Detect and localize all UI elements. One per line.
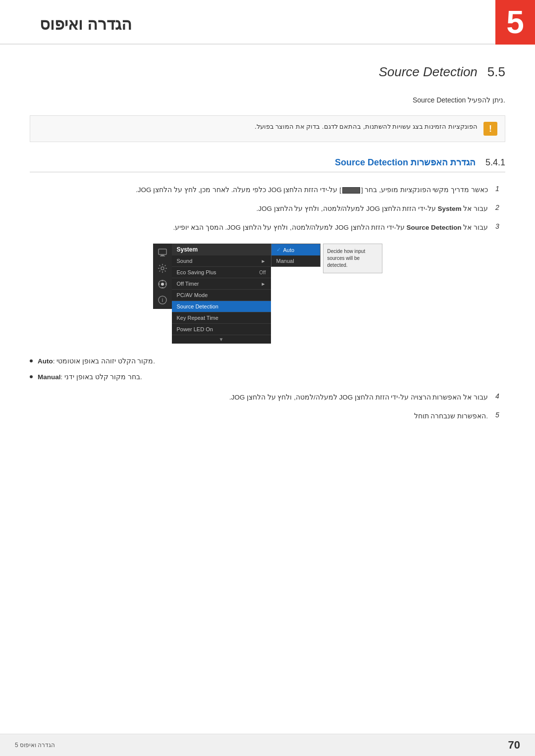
section-number: 5.5: [487, 64, 505, 80]
chapter-number-box: 5: [495, 0, 535, 45]
menu-item-off-timer: Off Timer ►: [172, 278, 271, 290]
svg-text:i: i: [161, 298, 163, 303]
section-title-text: Source Detection: [378, 64, 477, 80]
step-2-number: 2: [495, 203, 505, 211]
tooltip-text: Decide how input sources will be detecte…: [327, 249, 366, 268]
warning-icon: !: [483, 122, 497, 136]
bullet-item-auto: .מקור הקלט יזוהה באופן אוטומטי :Auto: [30, 356, 505, 367]
settings-icon: [158, 263, 167, 273]
step-4: 4 עבור אל האפשרות הרצויה על-ידי הזזת הלח…: [30, 392, 505, 403]
svg-text:!: !: [489, 124, 492, 134]
page-number: 70: [508, 739, 520, 752]
warning-text: הפונקציות הזמינות בצג עשויות להשתנות, בה…: [255, 122, 478, 132]
info-icon: i: [158, 295, 167, 305]
intro-text: .ניתן להפעיל Source Detection: [30, 95, 505, 105]
menu-item-pcav: PC/AV Mode: [172, 290, 271, 301]
sub-item-manual: Manual: [271, 255, 320, 266]
bullet-dot-auto: [30, 359, 33, 362]
bullet-auto-text: .מקור הקלט יזוהה באופן אוטומטי :Auto: [38, 356, 155, 367]
section-title-row: Source Detection 5.5: [30, 64, 505, 80]
step-1: 1 כאשר מדריך מקשי הפונקציות מופיע, בחר […: [30, 185, 505, 196]
menu-item-sound: Sound ►: [172, 255, 271, 267]
check-icon: ✓: [276, 247, 281, 253]
gear-icon: [158, 279, 167, 289]
step-2: 2 עבור אל System על-ידי הזזת הלחצן JOG ל…: [30, 203, 505, 215]
warning-box: ! הפונקציות הזמינות בצג עשויות להשתנות, …: [30, 115, 505, 142]
step-4-text: עבור אל האפשרות הרצויה על-ידי הזזת הלחצן…: [229, 392, 488, 403]
bullet-dot-manual: [30, 375, 33, 378]
chapter-number: 5: [506, 6, 524, 38]
svg-rect-2: [159, 249, 166, 254]
scroll-indicator: ▼: [172, 335, 271, 344]
step-3: 3 עבור אל Source Detection על-ידי הזזת ה…: [30, 222, 505, 234]
chapter-header: הגדרה ואיפוס 5: [0, 0, 535, 45]
step-5-text: .האפשרות שנבחרה תוחל: [414, 411, 488, 422]
menu-screenshot: i System Sound ► Eco Saving Plus Off Off…: [30, 244, 505, 344]
menu-item-key-repeat: Key Repeat Time: [172, 312, 271, 324]
bullet-item-manual: .בחר מקור קלט באופן ידני :Manual: [30, 372, 505, 383]
svg-point-6: [161, 283, 164, 286]
menu-sub-panel: ✓ Auto Manual: [271, 244, 321, 267]
menu-container: i System Sound ► Eco Saving Plus Off Off…: [153, 244, 382, 344]
step-2-text: עבור אל System על-ידי הזזת הלחצן JOG למע…: [256, 203, 488, 215]
step-1-number: 1: [495, 185, 505, 193]
step-3-number: 3: [495, 222, 505, 230]
menu-item-power-led: Power LED On: [172, 324, 271, 335]
footer: 70 הגדרה ואיפוס 5: [0, 734, 535, 756]
menu-sidebar: i: [153, 244, 172, 309]
arrow-icon-2: ►: [261, 281, 266, 287]
step-3-text: עבור אל Source Detection על-ידי הזזת הלח…: [173, 222, 488, 234]
bullet-manual-text: .בחר מקור קלט באופן ידני :Manual: [38, 372, 142, 383]
step-5: 5 .האפשרות שנבחרה תוחל: [30, 411, 505, 422]
step-1-text: כאשר מדריך מקשי הפונקציות מופיע, בחר [] …: [136, 185, 488, 196]
bullet-list: .מקור הקלט יזוהה באופן אוטומטי :Auto .בח…: [30, 356, 505, 382]
chapter-title: הגדרה ואיפוס: [40, 15, 132, 34]
step-5-number: 5: [495, 411, 505, 419]
sub-section-title-row: הגדרת האפשרות Source Detection 5.4.1: [30, 157, 505, 172]
main-content: Source Detection 5.5 .ניתן להפעיל Source…: [0, 64, 535, 422]
menu-header: System: [172, 244, 271, 255]
steps-container: 1 כאשר מדריך מקשי הפונקציות מופיע, בחר […: [30, 185, 505, 234]
monitor-icon: [158, 248, 167, 257]
footer-chapter-label: הגדרה ואיפוס 5: [15, 742, 55, 749]
menu-main-panel: System Sound ► Eco Saving Plus Off Off T…: [172, 244, 271, 344]
menu-item-source-detection: Source Detection: [172, 301, 271, 312]
tooltip-box: Decide how input sources will be detecte…: [323, 244, 382, 273]
sub-section-title-text: הגדרת האפשרות Source Detection: [335, 157, 476, 168]
svg-point-5: [161, 267, 164, 270]
menu-item-eco: Eco Saving Plus Off: [172, 267, 271, 278]
step-4-number: 4: [495, 392, 505, 400]
sub-item-auto: ✓ Auto: [271, 244, 320, 255]
arrow-icon: ►: [261, 258, 266, 264]
sub-section-number: 5.4.1: [485, 157, 505, 168]
